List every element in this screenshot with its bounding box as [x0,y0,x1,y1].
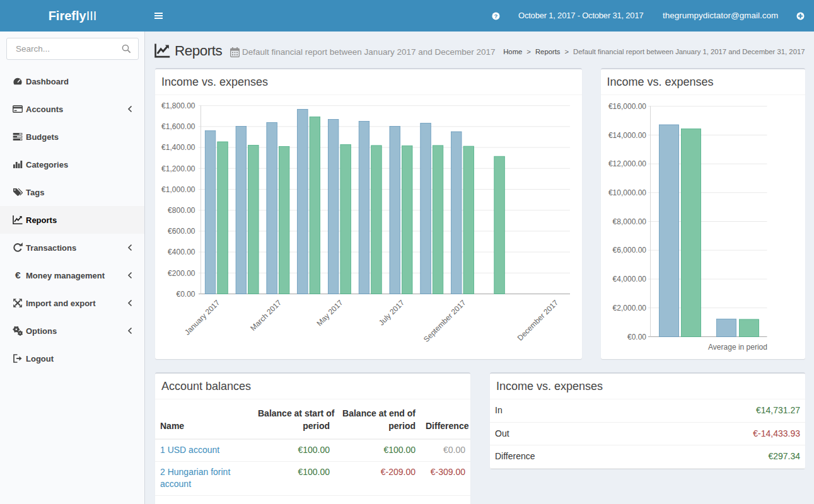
svg-text:€600.00: €600.00 [168,227,195,236]
svg-text:January 2017: January 2017 [183,298,222,337]
svg-text:March 2017: March 2017 [248,297,283,332]
svg-text:€: € [15,270,21,280]
svg-text:€1,000.00: €1,000.00 [161,185,195,193]
svg-text:€4,000.00: €4,000.00 [612,275,646,284]
svg-text:Average in period: Average in period [708,342,767,351]
svg-text:€400.00: €400.00 [168,248,195,256]
svg-text:€1,800.00: €1,800.00 [161,101,195,110]
svg-text:€1,600.00: €1,600.00 [161,122,195,131]
svg-text:€14,000.00: €14,000.00 [608,130,646,139]
svg-text:€0.00: €0.00 [176,289,195,298]
svg-text:€0.00: €0.00 [627,332,646,341]
svg-text:€800.00: €800.00 [168,205,195,214]
svg-text:July 2017: July 2017 [377,297,406,326]
svg-text:€2,000.00: €2,000.00 [612,303,646,312]
svg-text:?: ? [494,13,498,20]
svg-text:€1,400.00: €1,400.00 [161,143,195,152]
svg-text:September 2017: September 2017 [422,297,468,343]
svg-text:€10,000.00: €10,000.00 [608,188,646,197]
svg-text:May 2017: May 2017 [315,297,344,327]
svg-text:€6,000.00: €6,000.00 [612,246,646,255]
svg-text:€1,200.00: €1,200.00 [161,164,195,173]
svg-text:€12,000.00: €12,000.00 [608,159,646,168]
svg-text:€200.00: €200.00 [168,268,195,277]
svg-text:€8,000.00: €8,000.00 [612,217,646,226]
svg-text:December 2017: December 2017 [516,297,561,342]
svg-text:€16,000.00: €16,000.00 [608,101,646,110]
